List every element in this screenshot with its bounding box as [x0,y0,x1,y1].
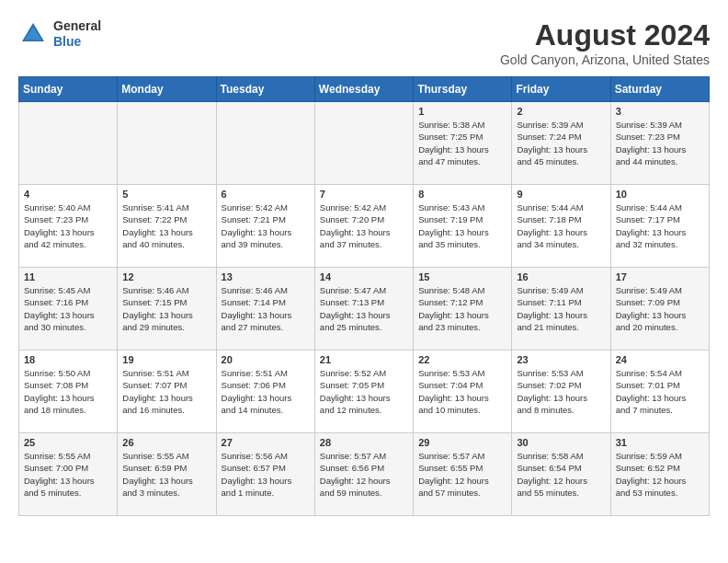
day-number: 10 [616,189,704,200]
day-info: Sunrise: 5:55 AMSunset: 7:00 PMDaylight:… [24,450,112,499]
day-number: 7 [320,189,408,200]
calendar-cell: 26Sunrise: 5:55 AMSunset: 6:59 PMDayligh… [118,433,216,516]
calendar-cell: 20Sunrise: 5:51 AMSunset: 7:06 PMDayligh… [216,350,314,433]
day-number: 17 [616,271,704,282]
header-row: Sunday Monday Tuesday Wednesday Thursday… [19,77,710,102]
calendar-cell: 4Sunrise: 5:40 AMSunset: 7:23 PMDaylight… [19,185,118,268]
calendar-week-4: 25Sunrise: 5:55 AMSunset: 7:00 PMDayligh… [19,433,710,516]
header-saturday: Saturday [610,77,709,102]
day-info: Sunrise: 5:43 AMSunset: 7:19 PMDaylight:… [418,201,506,250]
day-number: 26 [122,437,210,448]
calendar-cell: 8Sunrise: 5:43 AMSunset: 7:19 PMDaylight… [414,185,512,268]
calendar-cell: 22Sunrise: 5:53 AMSunset: 7:04 PMDayligh… [414,350,512,433]
day-number: 29 [418,437,506,448]
page-header: General Blue August 2024 Gold Canyon, Ar… [18,18,710,67]
day-info: Sunrise: 5:56 AMSunset: 6:57 PMDaylight:… [222,450,310,499]
day-info: Sunrise: 5:53 AMSunset: 7:02 PMDaylight:… [517,367,605,416]
calendar-body: 1Sunrise: 5:38 AMSunset: 7:25 PMDaylight… [19,102,710,516]
day-number: 15 [418,271,506,282]
header-friday: Friday [512,77,610,102]
day-number: 11 [24,271,112,282]
day-number: 2 [517,106,605,117]
day-info: Sunrise: 5:55 AMSunset: 6:59 PMDaylight:… [122,450,210,499]
calendar-cell: 13Sunrise: 5:46 AMSunset: 7:14 PMDayligh… [216,268,314,350]
calendar-cell: 1Sunrise: 5:38 AMSunset: 7:25 PMDaylight… [414,102,512,185]
day-info: Sunrise: 5:47 AMSunset: 7:13 PMDaylight:… [320,284,408,333]
day-number: 25 [24,437,112,448]
logo-line1: General [53,18,101,34]
calendar-header: Sunday Monday Tuesday Wednesday Thursday… [19,77,710,102]
day-info: Sunrise: 5:48 AMSunset: 7:12 PMDaylight:… [418,284,506,333]
calendar-cell: 24Sunrise: 5:54 AMSunset: 7:01 PMDayligh… [610,350,709,433]
day-info: Sunrise: 5:46 AMSunset: 7:14 PMDaylight:… [222,284,310,333]
calendar-cell: 7Sunrise: 5:42 AMSunset: 7:20 PMDaylight… [314,185,413,268]
logo: General Blue [18,18,101,50]
location: Gold Canyon, Arizona, United States [500,52,710,67]
calendar-cell: 5Sunrise: 5:41 AMSunset: 7:22 PMDaylight… [118,185,216,268]
day-info: Sunrise: 5:44 AMSunset: 7:17 PMDaylight:… [616,201,704,250]
calendar-cell: 21Sunrise: 5:52 AMSunset: 7:05 PMDayligh… [314,350,413,433]
day-number: 28 [320,437,408,448]
day-info: Sunrise: 5:49 AMSunset: 7:11 PMDaylight:… [517,284,605,333]
calendar-cell [314,102,413,185]
calendar-cell: 23Sunrise: 5:53 AMSunset: 7:02 PMDayligh… [512,350,610,433]
day-number: 5 [122,189,210,200]
day-number: 27 [222,437,310,448]
calendar-cell: 3Sunrise: 5:39 AMSunset: 7:23 PMDaylight… [610,102,709,185]
day-number: 16 [517,271,605,282]
calendar-week-2: 11Sunrise: 5:45 AMSunset: 7:16 PMDayligh… [19,268,710,350]
day-number: 31 [616,437,704,448]
day-number: 3 [616,106,704,117]
calendar-cell: 29Sunrise: 5:57 AMSunset: 6:55 PMDayligh… [414,433,512,516]
day-number: 19 [122,354,210,365]
day-number: 20 [222,354,310,365]
day-number: 12 [122,271,210,282]
calendar-cell: 15Sunrise: 5:48 AMSunset: 7:12 PMDayligh… [414,268,512,350]
day-info: Sunrise: 5:58 AMSunset: 6:54 PMDaylight:… [517,450,605,499]
day-number: 22 [418,354,506,365]
day-info: Sunrise: 5:42 AMSunset: 7:20 PMDaylight:… [320,201,408,250]
calendar-cell: 18Sunrise: 5:50 AMSunset: 7:08 PMDayligh… [19,350,118,433]
calendar-cell: 6Sunrise: 5:42 AMSunset: 7:21 PMDaylight… [216,185,314,268]
calendar-week-1: 4Sunrise: 5:40 AMSunset: 7:23 PMDaylight… [19,185,710,268]
day-info: Sunrise: 5:46 AMSunset: 7:15 PMDaylight:… [122,284,210,333]
logo-icon [18,19,48,49]
header-tuesday: Tuesday [216,77,314,102]
calendar-cell: 17Sunrise: 5:49 AMSunset: 7:09 PMDayligh… [610,268,709,350]
header-thursday: Thursday [414,77,512,102]
day-info: Sunrise: 5:44 AMSunset: 7:18 PMDaylight:… [517,201,605,250]
calendar-cell: 19Sunrise: 5:51 AMSunset: 7:07 PMDayligh… [118,350,216,433]
day-info: Sunrise: 5:59 AMSunset: 6:52 PMDaylight:… [616,450,704,499]
day-info: Sunrise: 5:53 AMSunset: 7:04 PMDaylight:… [418,367,506,416]
day-info: Sunrise: 5:42 AMSunset: 7:21 PMDaylight:… [222,201,310,250]
day-number: 4 [24,189,112,200]
day-info: Sunrise: 5:45 AMSunset: 7:16 PMDaylight:… [24,284,112,333]
calendar-cell: 12Sunrise: 5:46 AMSunset: 7:15 PMDayligh… [118,268,216,350]
day-info: Sunrise: 5:52 AMSunset: 7:05 PMDaylight:… [320,367,408,416]
day-number: 6 [222,189,310,200]
day-info: Sunrise: 5:51 AMSunset: 7:06 PMDaylight:… [222,367,310,416]
day-number: 1 [418,106,506,117]
day-info: Sunrise: 5:51 AMSunset: 7:07 PMDaylight:… [122,367,210,416]
day-number: 9 [517,189,605,200]
day-info: Sunrise: 5:57 AMSunset: 6:56 PMDaylight:… [320,450,408,499]
calendar-cell [118,102,216,185]
calendar-cell: 25Sunrise: 5:55 AMSunset: 7:00 PMDayligh… [19,433,118,516]
day-info: Sunrise: 5:38 AMSunset: 7:25 PMDaylight:… [418,119,506,167]
calendar-cell: 11Sunrise: 5:45 AMSunset: 7:16 PMDayligh… [19,268,118,350]
calendar-cell: 9Sunrise: 5:44 AMSunset: 7:18 PMDaylight… [512,185,610,268]
logo-line2: Blue [53,34,101,50]
day-info: Sunrise: 5:41 AMSunset: 7:22 PMDaylight:… [122,201,210,250]
day-number: 8 [418,189,506,200]
title-section: August 2024 Gold Canyon, Arizona, United… [500,18,710,67]
month-year: August 2024 [500,18,710,52]
calendar-cell: 31Sunrise: 5:59 AMSunset: 6:52 PMDayligh… [610,433,709,516]
day-number: 21 [320,354,408,365]
calendar-cell: 27Sunrise: 5:56 AMSunset: 6:57 PMDayligh… [216,433,314,516]
calendar-cell [19,102,118,185]
header-monday: Monday [118,77,216,102]
calendar-table: Sunday Monday Tuesday Wednesday Thursday… [18,76,710,516]
day-info: Sunrise: 5:40 AMSunset: 7:23 PMDaylight:… [24,201,112,250]
logo-text: General Blue [53,18,101,50]
day-info: Sunrise: 5:57 AMSunset: 6:55 PMDaylight:… [418,450,506,499]
